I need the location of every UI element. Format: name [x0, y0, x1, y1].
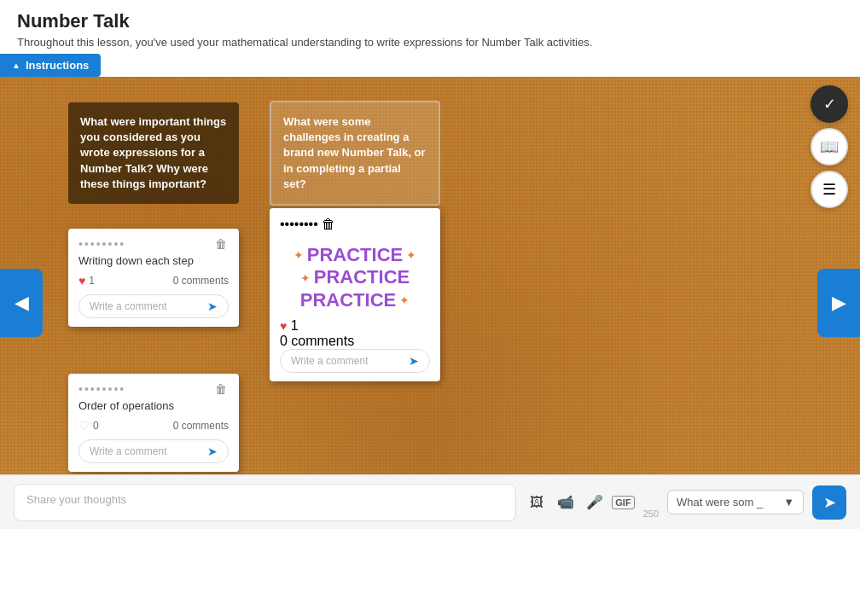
comment-placeholder-3: Write a comment: [291, 355, 368, 367]
practice-line-3: PRACTICE: [300, 289, 396, 311]
spark-icon-2: ✦: [406, 248, 416, 262]
page-subtitle: Throughout this lesson, you've used your…: [17, 36, 843, 49]
video-button[interactable]: 📹: [554, 491, 578, 514]
post-writing-step: •••••••• 🗑 Writing down each step ♥ 1 0 …: [68, 229, 239, 327]
media-buttons: 🖼 📹 🎤 GIF: [525, 491, 634, 514]
notebook-icon-button[interactable]: 📖: [811, 128, 848, 166]
instructions-button[interactable]: ▲ Instructions: [0, 54, 101, 77]
chevron-up-icon: ▲: [12, 61, 20, 70]
heart-icon-3[interactable]: ♥: [280, 319, 287, 333]
prompt-2-text: What were some challenges in creating a …: [283, 115, 426, 190]
post-2-actions: ♡ 0 0 comments: [78, 419, 229, 433]
comment-placeholder-1: Write a comment: [90, 300, 166, 312]
comment-count-1: 0 comments: [173, 275, 229, 287]
mic-icon: 🎤: [586, 494, 603, 510]
send-button[interactable]: ➤: [812, 485, 846, 520]
like-group-2: ♡ 0: [78, 419, 99, 433]
nav-arrow-right[interactable]: ▶: [817, 269, 860, 337]
post-order-operations: •••••••• 🗑 Order of operations ♡ 0 0 com…: [68, 374, 239, 472]
comment-placeholder-2: Write a comment: [90, 445, 166, 457]
char-count: 250: [643, 508, 659, 519]
chevron-down-icon: ▼: [783, 496, 794, 508]
comment-count-2: 0 comments: [173, 420, 229, 432]
mic-button[interactable]: 🎤: [583, 491, 607, 514]
instructions-label: Instructions: [26, 59, 89, 72]
practice-dots: •••••••• 🗑: [280, 217, 430, 232]
share-input-container[interactable]: Share your thoughts: [14, 484, 516, 521]
trash-icon-3[interactable]: 🗑: [322, 217, 335, 231]
bottom-bar: Share your thoughts 🖼 📹 🎤 GIF 250 What w…: [0, 474, 860, 529]
list-icon-button[interactable]: ☰: [811, 171, 848, 208]
like-group-3: ♥ 1: [280, 318, 430, 334]
send-icon-1[interactable]: ➤: [207, 299, 218, 313]
send-icon-2[interactable]: ➤: [207, 445, 218, 458]
right-arrow-icon: ▶: [832, 292, 846, 314]
post-1-text: Writing down each step: [78, 254, 229, 267]
comment-input-3[interactable]: Write a comment ➤: [280, 349, 430, 373]
spark-icon-4: ✦: [399, 293, 410, 307]
prompt-card-1: What were important things you considere…: [68, 102, 239, 204]
notebook-icon: 📖: [820, 137, 839, 156]
image-icon: 🖼: [530, 495, 543, 510]
video-icon: 📹: [557, 494, 574, 510]
post-1-actions: ♥ 1 0 comments: [78, 274, 229, 288]
practice-line-1: PRACTICE: [307, 244, 403, 266]
page-title: Number Talk: [17, 10, 843, 32]
trash-icon-2[interactable]: 🗑: [215, 382, 229, 396]
practice-line-2: PRACTICE: [314, 266, 410, 288]
post-2-text: Order of operations: [78, 399, 229, 412]
prompt-card-2: What were some challenges in creating a …: [270, 101, 440, 206]
comment-input-2[interactable]: Write a comment ➤: [78, 439, 229, 463]
spark-icon-3: ✦: [300, 271, 311, 285]
corkboard: ✓ 📖 ☰ ◀ ▶ What were important things you…: [0, 77, 860, 529]
trash-icon-1[interactable]: 🗑: [215, 237, 229, 251]
prompt-1-text: What were important things you considere…: [80, 115, 226, 190]
gif-button[interactable]: GIF: [612, 496, 634, 509]
post-1-dots: •••••••• 🗑: [78, 237, 229, 251]
comment-count-3: 0 comments: [280, 334, 354, 348]
checkmark-icon: ✓: [823, 95, 836, 113]
heart-icon-1[interactable]: ♥: [78, 274, 85, 288]
send-arrow-icon: ➤: [823, 493, 836, 512]
list-icon: ☰: [822, 180, 836, 199]
post-2-dots: •••••••• 🗑: [78, 382, 229, 396]
practice-content: ✦ PRACTICE ✦ ✦ PRACTICE PRACTICE ✦: [280, 232, 430, 318]
like-count-3: 1: [291, 318, 299, 333]
topic-select-label: What were som _: [677, 496, 763, 508]
practice-card: •••••••• 🗑 ✦ PRACTICE ✦ ✦ PRACTICE PRACT…: [270, 208, 440, 381]
heart-icon-2[interactable]: ♡: [78, 419, 90, 433]
nav-arrow-left[interactable]: ◀: [0, 269, 43, 337]
share-placeholder: Share your thoughts: [26, 493, 126, 506]
like-group-1: ♥ 1: [78, 274, 95, 288]
comment-input-1[interactable]: Write a comment ➤: [78, 294, 229, 318]
send-icon-3[interactable]: ➤: [409, 354, 419, 368]
like-count-2: 0: [93, 420, 99, 432]
left-arrow-icon: ◀: [15, 292, 29, 314]
topic-select[interactable]: What were som _ ▼: [667, 490, 804, 514]
spark-icon-1: ✦: [293, 248, 304, 262]
like-count-1: 1: [89, 275, 95, 287]
practice-actions: ♥ 1 0 comments: [280, 318, 430, 349]
top-right-icons: ✓ 📖 ☰: [811, 85, 848, 208]
page-header: Number Talk Throughout this lesson, you'…: [0, 0, 860, 54]
audio-icon-button[interactable]: ✓: [811, 85, 848, 123]
image-button[interactable]: 🖼: [525, 491, 549, 514]
